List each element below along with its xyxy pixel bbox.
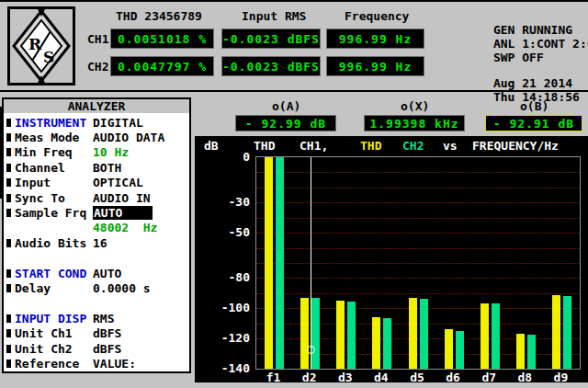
setting-value: dBFS	[93, 342, 121, 356]
swp-status-line: SWP OFF	[450, 37, 588, 51]
speaker-icon	[566, 9, 580, 22]
bar-thd-ch1-f1	[265, 157, 273, 369]
gridline	[256, 188, 580, 188]
setting-name: Unit Ch2	[15, 342, 93, 356]
setting-value: 48002 Hz	[93, 221, 157, 234]
setting-value: BOTH	[93, 161, 121, 175]
bar-thd-ch1-d8	[516, 334, 525, 369]
bar-thd-ch2-d5	[420, 299, 428, 369]
analyzer-row-input-disp[interactable]: INPUT DISPRMS	[4, 311, 189, 325]
bar-thd-ch2-d9	[563, 296, 571, 369]
x-tick-label: d7	[475, 371, 503, 384]
ch1-label: CH1	[87, 32, 108, 46]
row-marker-icon	[6, 164, 11, 172]
thd-ch1-display: 0.0051018 %	[110, 29, 214, 49]
row-marker-icon	[6, 284, 11, 292]
bar-thd-ch1-d3	[336, 301, 345, 369]
x-tick-label: d5	[403, 371, 431, 384]
analyzer-row-start-cond[interactable]: START CONDAUTO	[4, 266, 189, 280]
bar-thd-ch2-d4	[383, 318, 391, 369]
setting-value: AUDIO DATA	[93, 131, 164, 144]
bar-chart	[255, 156, 581, 370]
y-tick-label: -80	[195, 270, 250, 284]
setting-value: AUTO	[93, 267, 121, 280]
gridline	[256, 263, 580, 264]
setting-value: DIGITAL	[93, 116, 143, 130]
frequency-title: Frequency	[345, 9, 409, 23]
analyzer-row-sync-to[interactable]: Sync ToAUDIO IN	[4, 190, 189, 205]
analyzer-row-audio-bits[interactable]: Audio Bits16	[4, 235, 189, 250]
setting-name: Reference	[15, 357, 93, 371]
setting-name: Sample Frq	[15, 206, 93, 220]
trace-header-segment: vs	[443, 139, 458, 153]
row-marker-icon	[6, 133, 11, 142]
y-tick-label: -50	[195, 225, 250, 239]
trace-header-segment: THD	[254, 139, 275, 153]
row-marker-icon	[6, 359, 11, 368]
bar-thd-ch2-d8	[527, 335, 536, 369]
row-marker-icon	[6, 209, 11, 217]
setting-value: 0.0000 s	[93, 281, 151, 295]
setting-name: Unit Ch1	[15, 326, 93, 340]
analyzer-row-instrument[interactable]: INSTRUMENTDIGITAL	[4, 115, 189, 130]
bar-thd-ch2-d2	[311, 298, 320, 369]
row-marker-icon	[6, 345, 11, 353]
analyzer-row-delay[interactable]: Delay0.0000 s	[4, 280, 189, 295]
trace-header: THDCH1,THDCH2vsFREQUENCY/Hz	[195, 139, 588, 153]
cursor-a-label: o(A)	[272, 99, 300, 113]
setting-value: AUDIO IN	[93, 191, 151, 205]
cursor-b-label: o(B)	[520, 99, 548, 113]
graph-area: dB THDCH1,THDCH2vsFREQUENCY/Hz 0-30-50-8…	[195, 136, 588, 382]
setting-value: 10 Hz	[93, 145, 129, 159]
setting-name: Channel	[15, 161, 93, 175]
gridline	[256, 202, 580, 203]
graph-cursor-line[interactable]	[311, 157, 311, 369]
bar-thd-ch1-d6	[445, 329, 453, 369]
analyzer-row-meas-mode[interactable]: Meas ModeAUDIO DATA	[4, 130, 189, 144]
setting-name: INPUT DISP	[15, 312, 93, 325]
gridline	[256, 293, 580, 294]
setting-value: 16	[93, 236, 107, 250]
anl-status-line: ANL 1:CONT 2:CONT	[450, 23, 588, 37]
setting-value: OPTICAL	[93, 176, 143, 189]
analyzer-row-unit-ch1[interactable]: Unit Ch1dBFS	[4, 325, 189, 340]
setting-name: Delay	[15, 281, 93, 295]
gridline	[256, 248, 580, 249]
analyzer-row-channel[interactable]: ChannelBOTH	[4, 160, 189, 175]
x-tick-label: d9	[547, 371, 574, 384]
row-marker-icon	[6, 314, 11, 323]
setting-name: START COND	[15, 267, 93, 280]
trace-header-segment: CH1,	[300, 139, 328, 153]
headphones-icon	[549, 9, 563, 22]
analyzer-row-unit-ch2[interactable]: Unit Ch2dBFS	[4, 341, 189, 356]
bar-thd-ch2-d6	[456, 331, 464, 369]
cursor-x-label: o(X)	[401, 99, 429, 113]
row-marker-icon	[6, 148, 11, 156]
analyzer-row-sample-frq[interactable]: Sample FrqAUTO	[4, 205, 189, 220]
x-tick-label: d8	[511, 371, 538, 384]
analyzer-row-input[interactable]: InputOPTICAL	[4, 176, 189, 190]
rs-logo: R S	[7, 6, 75, 86]
bar-thd-ch2-f1	[276, 157, 284, 369]
analyzer-spacer	[4, 251, 189, 266]
setting-name: INSTRUMENT	[15, 116, 93, 130]
x-tick-label: f1	[260, 371, 288, 384]
rms-ch2-display: -0.0023 dBFS	[221, 56, 321, 76]
bar-thd-ch1-d5	[409, 298, 417, 369]
thd-title: THD 23456789	[116, 9, 202, 23]
trace-header-segment: CH2	[402, 139, 424, 153]
x-tick-label: d4	[368, 371, 395, 384]
analyzer-row-reference[interactable]: ReferenceVALUE:	[4, 356, 189, 371]
analyzer-row-48002-hz[interactable]: 48002 Hz	[4, 221, 189, 235]
cursor-a-readout: - 92.99 dB	[235, 115, 336, 131]
setting-value[interactable]: AUTO	[93, 206, 153, 220]
cursor-circle-marker[interactable]	[307, 346, 315, 354]
gen-status-line: GEN RUNNING	[450, 9, 588, 23]
cursor-x-readout: 1.99398 kHz	[364, 115, 465, 131]
analyzer-row-min-freq[interactable]: Min Freq10 Hz	[4, 145, 189, 160]
analyzer-panel: ANALYZER INSTRUMENTDIGITALMeas ModeAUDIO…	[2, 97, 191, 373]
setting-name: Sync To	[15, 191, 93, 205]
rms-ch1-display: -0.0023 dBFS	[221, 29, 321, 49]
thd-ch2-display: 0.0047797 %	[110, 56, 214, 76]
freq-ch2-display: 996.99 Hz	[326, 56, 424, 76]
